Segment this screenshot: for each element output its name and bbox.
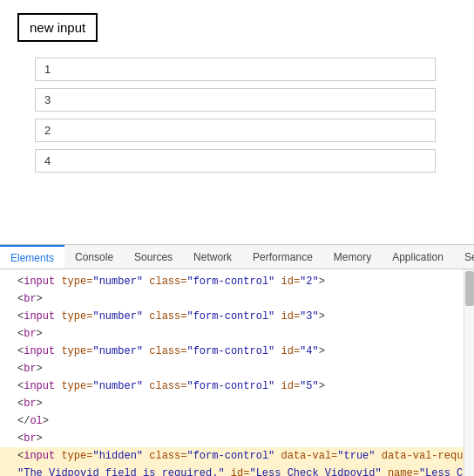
code-line: <input type="number" class="form-control…: [0, 273, 474, 290]
devtools-panel: Elements Console Sources Network Perform…: [0, 244, 474, 476]
code-line: <input type="number" class="form-control…: [0, 308, 474, 325]
code-line: <input type="number" class="form-control…: [0, 343, 474, 360]
code-line: <br>: [0, 325, 474, 343]
tab-console[interactable]: Console: [64, 245, 124, 269]
number-input-4[interactable]: 4: [35, 149, 436, 173]
new-input-label: new input: [17, 13, 98, 42]
form-area: new input 1 3 2 4: [0, 0, 474, 244]
code-line: <br>: [0, 395, 474, 412]
number-input-1[interactable]: 1: [35, 58, 436, 81]
tab-security[interactable]: Se: [454, 245, 474, 269]
code-line-highlighted: <input type="hidden" class="form-control…: [0, 447, 474, 465]
scrollbar-thumb[interactable]: [465, 271, 474, 306]
code-line: </ol>: [0, 412, 474, 430]
tab-elements[interactable]: Elements: [0, 245, 64, 269]
code-line: <input type="number" class="form-control…: [0, 377, 474, 395]
tab-network[interactable]: Network: [183, 245, 242, 269]
code-line: <br>: [0, 290, 474, 308]
code-line: <br>: [0, 430, 474, 447]
tab-memory[interactable]: Memory: [323, 245, 382, 269]
tab-sources[interactable]: Sources: [124, 245, 183, 269]
number-input-2[interactable]: 2: [35, 119, 436, 142]
code-panel: <input type="number" class="form-control…: [0, 269, 474, 476]
tab-application[interactable]: Application: [382, 245, 454, 269]
code-line: <br>: [0, 360, 474, 377]
devtools-tabs: Elements Console Sources Network Perform…: [0, 245, 474, 269]
tab-performance[interactable]: Performance: [242, 245, 323, 269]
scrollbar[interactable]: [464, 269, 474, 476]
number-input-3[interactable]: 3: [35, 88, 436, 112]
code-line-highlighted: "The Vidpovid field is required." id="Le…: [0, 465, 474, 476]
